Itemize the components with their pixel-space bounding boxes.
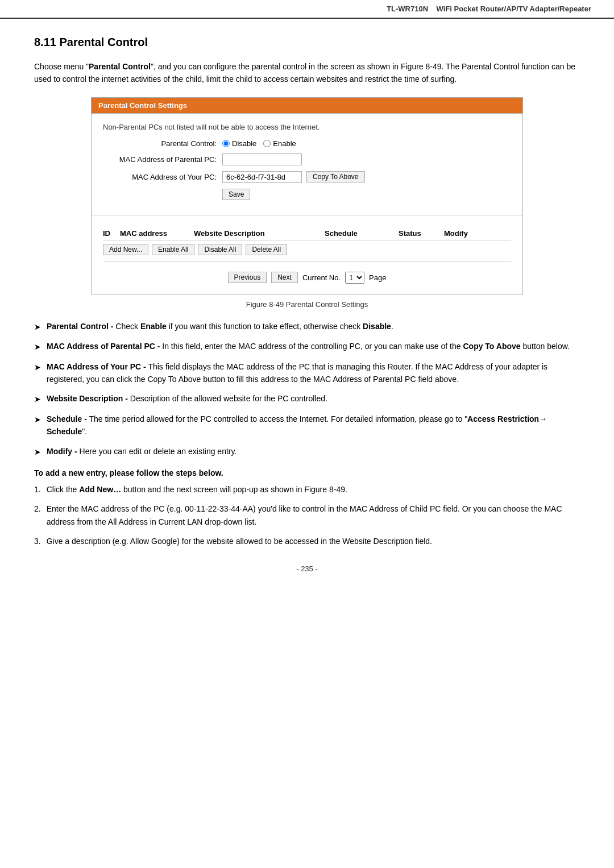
- arrow-icon-6: ➤: [34, 446, 41, 458]
- previous-button[interactable]: Previous: [228, 272, 267, 283]
- bullet-text-1: Parental Control - Check Enable if you w…: [47, 320, 580, 333]
- page-label: Page: [369, 273, 386, 282]
- page-footer: - 235 -: [34, 564, 580, 573]
- save-row: Save: [222, 189, 511, 200]
- mac-parental-input[interactable]: [222, 153, 302, 165]
- term-2: MAC Address of Parental PC -: [47, 342, 160, 351]
- list-item-website-desc: ➤ Website Description - Description of t…: [34, 392, 580, 405]
- arrow-icon-5: ➤: [34, 413, 41, 426]
- notice-text: Non-Parental PCs not listed will not be …: [103, 123, 511, 131]
- list-item-mac-parental: ➤ MAC Address of Parental PC - In this f…: [34, 340, 580, 353]
- arrow-icon-3: ➤: [34, 361, 41, 373]
- step-3: 3. Give a description (e.g. Allow Google…: [34, 535, 580, 547]
- mac-parental-label: MAC Address of Parental PC:: [103, 155, 217, 164]
- step-2-text: Enter the MAC address of the PC (e.g. 00…: [47, 502, 580, 528]
- bold-add-new: Add New…: [79, 485, 121, 494]
- bold-parental-control: Parental Control: [89, 62, 151, 71]
- bullet-text-5: Schedule - The time period allowed for t…: [47, 413, 580, 438]
- list-item-mac-your: ➤ MAC Address of Your PC - This field di…: [34, 360, 580, 386]
- col-header-status: Status: [399, 229, 444, 238]
- mac-your-input[interactable]: [222, 171, 302, 183]
- model-text: TL-WR710N: [387, 5, 428, 13]
- add-new-button[interactable]: Add New...: [103, 244, 148, 255]
- settings-panel-title: Parental Control Settings: [98, 101, 187, 110]
- step-2-num: 2.: [34, 502, 41, 515]
- arrow-icon-1: ➤: [34, 321, 41, 333]
- mac-your-group: Copy To Above: [222, 171, 365, 183]
- steps-list: 1. Click the Add New… button and the nex…: [34, 483, 580, 548]
- table-section: ID MAC address Website Description Sched…: [92, 221, 522, 294]
- col-header-desc: Website Description: [194, 229, 325, 238]
- next-button[interactable]: Next: [271, 272, 298, 283]
- term-4: Website Description -: [47, 394, 128, 403]
- step-2: 2. Enter the MAC address of the PC (e.g.…: [34, 502, 580, 528]
- radio-disable-text: Disable: [232, 139, 256, 148]
- list-item-modify: ➤ Modify - Here you can edit or delete a…: [34, 445, 580, 458]
- steps-title: To add a new entry, please follow the st…: [34, 468, 580, 477]
- header-text: TL-WR710N WiFi Pocket Router/AP/TV Adapt…: [387, 5, 591, 13]
- features-list: ➤ Parental Control - Check Enable if you…: [34, 320, 580, 458]
- main-content: 8.11 Parental Control Choose menu "Paren…: [0, 19, 614, 590]
- bullet-text-6: Modify - Here you can edit or delete an …: [47, 445, 580, 458]
- radio-enable[interactable]: [263, 140, 271, 147]
- delete-all-button[interactable]: Delete All: [246, 244, 287, 255]
- mac-parental-row: MAC Address of Parental PC:: [103, 153, 511, 165]
- bullet-text-4: Website Description - Description of the…: [47, 392, 580, 405]
- parental-control-label: Parental Control:: [103, 139, 217, 148]
- current-no-label: Current No.: [302, 273, 341, 282]
- col-header-modify: Modify: [444, 229, 489, 238]
- col-header-mac: MAC address: [120, 229, 194, 238]
- parental-control-row: Parental Control: Disable Enable: [103, 139, 511, 148]
- col-header-id: ID: [103, 229, 120, 238]
- mac-your-label: MAC Address of Your PC:: [103, 173, 217, 181]
- save-button[interactable]: Save: [222, 189, 250, 200]
- bullet-text-2: MAC Address of Parental PC - In this fie…: [47, 340, 580, 352]
- mac-your-row: MAC Address of Your PC: Copy To Above: [103, 171, 511, 183]
- bold-disable: Disable: [363, 322, 391, 331]
- page-header: TL-WR710N WiFi Pocket Router/AP/TV Adapt…: [0, 0, 614, 19]
- action-buttons-row: Add New... Enable All Disable All Delete…: [103, 244, 511, 255]
- copy-to-above-button[interactable]: Copy To Above: [306, 171, 365, 182]
- bullet-text-3: MAC Address of Your PC - This field disp…: [47, 360, 580, 386]
- disable-all-button[interactable]: Disable All: [198, 244, 242, 255]
- intro-paragraph: Choose menu "Parental Control", and you …: [34, 60, 580, 86]
- radio-disable-label[interactable]: Disable: [222, 139, 256, 148]
- col-header-schedule: Schedule: [325, 229, 399, 238]
- arrow-icon-2: ➤: [34, 340, 41, 353]
- bold-schedule-path: Access Restriction→ Schedule: [47, 414, 547, 436]
- bold-enable: Enable: [140, 322, 167, 331]
- step-1: 1. Click the Add New… button and the nex…: [34, 483, 580, 496]
- step-1-num: 1.: [34, 483, 41, 496]
- term-5: Schedule -: [47, 414, 87, 423]
- term-6: Modify -: [47, 447, 77, 456]
- enable-all-button[interactable]: Enable All: [152, 244, 194, 255]
- current-page-select[interactable]: 1 2 3: [345, 272, 364, 284]
- figure-caption: Figure 8-49 Parental Control Settings: [34, 300, 580, 309]
- radio-enable-label[interactable]: Enable: [263, 139, 296, 148]
- table-header: ID MAC address Website Description Sched…: [103, 227, 511, 240]
- page-number: - 235 -: [296, 564, 318, 573]
- term-3: MAC Address of Your PC -: [47, 362, 146, 371]
- settings-panel: Parental Control Settings Non-Parental P…: [91, 97, 523, 294]
- step-1-text: Click the Add New… button and the next s…: [47, 483, 347, 496]
- radio-enable-text: Enable: [273, 139, 296, 148]
- list-item-schedule: ➤ Schedule - The time period allowed for…: [34, 413, 580, 438]
- parental-control-radios: Disable Enable: [222, 139, 296, 148]
- arrow-icon-4: ➤: [34, 393, 41, 405]
- bold-copy-above: Copy To Above: [463, 342, 520, 351]
- step-3-text: Give a description (e.g. Allow Google) f…: [47, 535, 432, 547]
- radio-disable[interactable]: [222, 140, 230, 147]
- term-1: Parental Control -: [47, 322, 113, 331]
- settings-panel-body: Non-Parental PCs not listed will not be …: [92, 113, 522, 209]
- pagination-row: Previous Next Current No. 1 2 3 Page: [103, 267, 511, 288]
- section-title: 8.11 Parental Control: [34, 36, 580, 49]
- settings-panel-header: Parental Control Settings: [92, 98, 522, 113]
- step-3-num: 3.: [34, 535, 41, 547]
- list-item-parental-control: ➤ Parental Control - Check Enable if you…: [34, 320, 580, 333]
- product-text: WiFi Pocket Router/AP/TV Adapter/Repeate…: [437, 5, 591, 13]
